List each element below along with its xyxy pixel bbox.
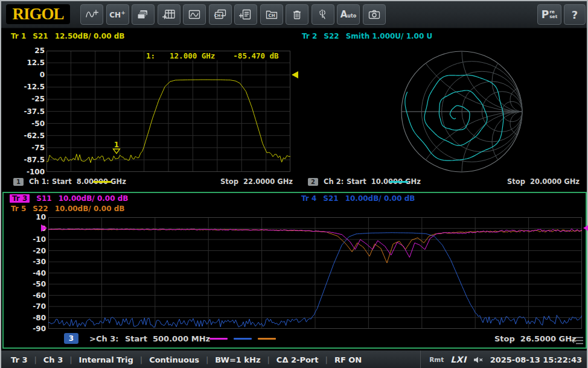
meas-setup-table-button[interactable] bbox=[158, 4, 181, 25]
ch3-trace4-param: S21 bbox=[323, 194, 338, 203]
ch3-trace5-scale: 10.00dB/ 0.00 dB bbox=[55, 205, 125, 213]
ch1-trace-header[interactable]: Tr 1 S21 12.50dB/ 0.00 dB bbox=[11, 32, 124, 40]
ch3-label: >Ch 3: bbox=[89, 334, 118, 343]
status-item-rf-on[interactable]: RF ON bbox=[334, 355, 362, 364]
display-layout-button[interactable] bbox=[132, 4, 155, 25]
marker-freq: 12.000 GHz bbox=[170, 51, 215, 60]
ch3-active-trace-chip[interactable]: Tr 3 bbox=[10, 194, 30, 203]
status-item-c-2-port[interactable]: CΔ 2-Port bbox=[276, 355, 319, 364]
ch3-plot[interactable] bbox=[48, 217, 582, 329]
screenshot-button[interactable] bbox=[363, 4, 386, 25]
status-separator: | bbox=[206, 355, 208, 364]
ch1-stop[interactable]: Stop 22.0000 GHz bbox=[220, 177, 281, 186]
ch3-stop[interactable]: Stop 26.5000 GHz bbox=[494, 334, 573, 343]
status-separator: | bbox=[325, 355, 328, 364]
trace-s22-smith bbox=[405, 75, 503, 161]
ch2-badge[interactable]: 2 bbox=[308, 178, 318, 186]
ch3-s21-color-key bbox=[234, 338, 252, 340]
ch1-tick: -25 bbox=[31, 95, 45, 103]
status-item-bw-1-khz[interactable]: BW=1 kHz bbox=[215, 355, 260, 364]
touch-icon bbox=[316, 8, 330, 21]
touch-button[interactable] bbox=[312, 4, 334, 25]
smith-chart[interactable] bbox=[394, 46, 530, 177]
ch3-tick: -20 bbox=[33, 247, 46, 255]
ch3-trace3-header[interactable]: Tr 3 S11 10.00dB/ 0.00 dB bbox=[10, 194, 128, 203]
ch2-trace-param: S22 bbox=[324, 32, 339, 40]
ch3-trace3-param: S11 bbox=[36, 194, 51, 203]
screenshot-icon bbox=[368, 8, 381, 21]
ch1-tick: 25 bbox=[34, 46, 45, 55]
status-item-tr-3[interactable]: Tr 3 bbox=[11, 355, 27, 364]
ch1-tick: 12.5 bbox=[27, 59, 45, 67]
add-trace-icon bbox=[85, 8, 99, 21]
ch3-start[interactable]: Start 500.000 MHz bbox=[125, 334, 210, 343]
status-item-internal-trig[interactable]: Internal Trig bbox=[79, 355, 133, 364]
ch3-tick: -90 bbox=[33, 325, 46, 333]
lxi-indicator: LXI bbox=[450, 355, 466, 364]
ch1-tick: -37.5 bbox=[24, 107, 45, 116]
status-item-continuous[interactable]: Continuous bbox=[149, 355, 199, 364]
ch1-marker-symbol: 1 bbox=[111, 142, 122, 156]
ch1-start[interactable]: Start 8.00000 GHz bbox=[52, 177, 126, 186]
status-separator: | bbox=[69, 355, 72, 364]
smith-grid bbox=[401, 46, 530, 177]
status-right: Rmt LXI 2025-08-13 15:22:43 bbox=[420, 351, 582, 368]
meas-setup-table-icon bbox=[162, 8, 176, 21]
status-bar: Tr 3|Ch 3|Internal Trig|Continuous|BW=1 … bbox=[1, 350, 587, 368]
auto-scale-icon: Auto bbox=[340, 10, 357, 19]
ch1-badge[interactable]: 1 bbox=[13, 178, 24, 186]
preset-label-main: P bbox=[542, 8, 549, 21]
help-icon: ? bbox=[572, 8, 578, 21]
add-channel-button[interactable]: CH+ bbox=[106, 4, 129, 25]
ch3-tick: -50 bbox=[33, 280, 46, 288]
ch2-trace-header[interactable]: Tr 2 S22 Smith 1.000U/ 1.00 U bbox=[302, 32, 432, 40]
status-item-ch-3[interactable]: Ch 3 bbox=[43, 355, 63, 364]
help-button[interactable]: ? bbox=[564, 4, 586, 25]
display-layout-icon bbox=[136, 8, 150, 21]
ch2-stop[interactable]: Stop 20.0000 GHz bbox=[507, 177, 567, 186]
save-setup-button[interactable] bbox=[234, 4, 257, 25]
menu-collapse-icon[interactable] bbox=[571, 336, 584, 345]
delete-button[interactable] bbox=[286, 4, 308, 25]
ch3-s22-color-key bbox=[258, 338, 276, 340]
recall-channel-icon: CH bbox=[265, 8, 278, 21]
ch1-trace-scale: 12.50dB/ 0.00 dB bbox=[55, 32, 125, 40]
ch3-s11-color-key bbox=[209, 338, 228, 340]
add-channel-window-button[interactable]: CH+ bbox=[209, 4, 232, 25]
preset-button[interactable]: P re set bbox=[537, 4, 561, 25]
marker-value: -85.470 dB bbox=[233, 51, 278, 60]
recall-channel-button[interactable]: CH bbox=[260, 4, 283, 25]
ch3-tick: 10 bbox=[36, 213, 46, 221]
smith-grid-circle bbox=[492, 51, 530, 112]
add-channel-window-icon: CH+ bbox=[214, 8, 227, 21]
ch1-tick: -75 bbox=[31, 144, 45, 152]
preset-label-bottom: set bbox=[549, 14, 557, 19]
ch3-trace4-header[interactable]: Tr 4 S21 10.00dB/ 0.00 dB bbox=[301, 194, 415, 203]
add-trace-button[interactable] bbox=[80, 4, 103, 25]
ch2-trace-label: Tr 2 bbox=[302, 32, 317, 40]
vna-screen: RIGOL CH+CH+CHAuto P re set ? Tr 1 S21 1… bbox=[0, 0, 588, 368]
add-trace-window-button[interactable] bbox=[183, 4, 206, 25]
auto-scale-button[interactable]: Auto bbox=[337, 4, 360, 25]
ch3-tick: -70 bbox=[33, 302, 46, 311]
ch3-trace3-scale: 10.00dB/ 0.00 dB bbox=[59, 194, 129, 203]
ch3-reference-marker-left-icon bbox=[41, 224, 47, 232]
ch2-start[interactable]: Start 10.0000 GHz bbox=[347, 177, 421, 186]
ch1-trace-color-key bbox=[93, 181, 112, 183]
ch1-tick: -50 bbox=[31, 119, 45, 128]
status-separator: | bbox=[34, 355, 36, 364]
status-separator: | bbox=[267, 355, 269, 364]
mute-speaker-icon[interactable] bbox=[473, 356, 484, 364]
ch1-label: Ch 1: bbox=[29, 177, 49, 186]
ch1-tick: 0 bbox=[40, 71, 45, 79]
ch3-badge[interactable]: 3 bbox=[64, 333, 78, 344]
ch1-reference-marker-icon bbox=[292, 71, 298, 78]
ch1-trace-label: Tr 1 bbox=[11, 32, 26, 40]
add-trace-window-icon bbox=[188, 8, 201, 21]
ch1-plot[interactable] bbox=[46, 51, 290, 172]
ch3-y-axis: 100-10-20-30-40-50-60-70-80-90 bbox=[13, 217, 46, 329]
marker-triangle-icon bbox=[112, 148, 121, 154]
svg-text:CH+: CH+ bbox=[214, 13, 223, 18]
remote-indicator: Rmt bbox=[429, 356, 444, 363]
ch3-trace5-header[interactable]: Tr 5 S22 10.00dB/ 0.00 dB bbox=[11, 205, 124, 213]
